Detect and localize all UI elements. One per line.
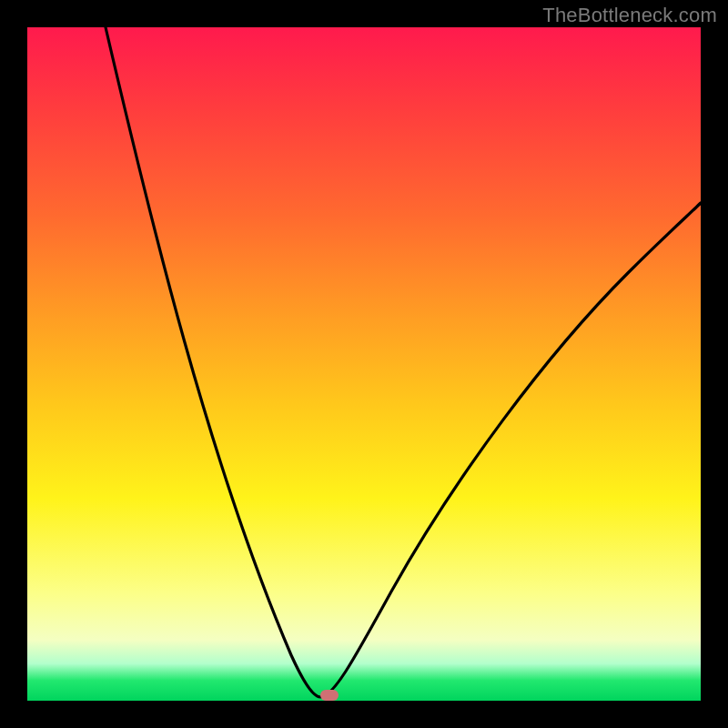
- curve-layer: [27, 27, 701, 701]
- bottleneck-curve: [106, 27, 701, 697]
- plot-area: [27, 27, 701, 701]
- chart-frame: TheBottleneck.com: [0, 0, 728, 728]
- watermark-text: TheBottleneck.com: [542, 4, 717, 27]
- minimum-marker: [320, 690, 339, 701]
